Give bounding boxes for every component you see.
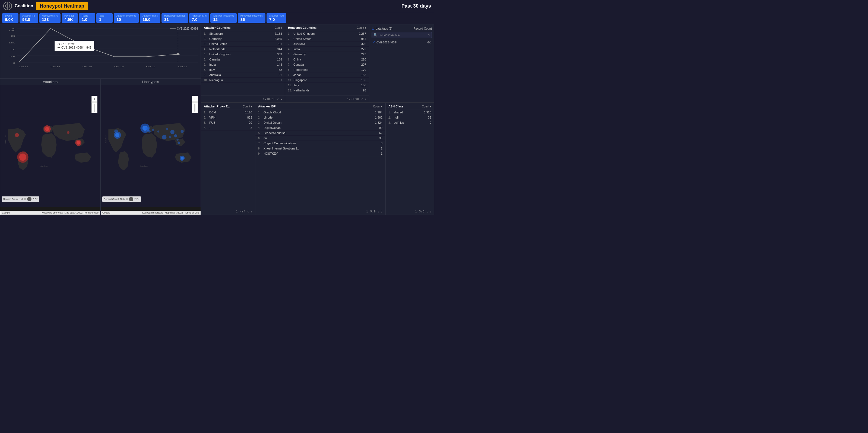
table-row[interactable]: 3. United States 701 <box>201 41 285 47</box>
asn-class-next[interactable]: › <box>430 209 431 213</box>
svg-text:Oct 18: Oct 18 <box>178 65 188 68</box>
table-row[interactable]: 5. United Kingdom 303 <box>201 52 285 57</box>
row-name: null <box>394 116 418 119</box>
asn-class-title: ASN Class <box>389 105 404 108</box>
stat-honeypots-ips[interactable]: Honeypots IPs 123 <box>39 13 61 23</box>
table-row[interactable]: 5. Leonet4cloud srl 62 <box>255 131 385 136</box>
table-row[interactable]: 4. DigitalOcean 90 <box>255 125 385 131</box>
row-num: 6. <box>258 137 264 140</box>
table-row[interactable]: 8. Xhost Internet Solutions Lp 1 <box>255 146 385 151</box>
table-row[interactable]: 10. Nicaragua 1 <box>201 77 285 83</box>
table-row[interactable]: 6. Canada 188 <box>201 57 285 62</box>
row-value: 1 <box>369 152 382 155</box>
table-row[interactable]: 2. Germany 2,055 <box>201 36 285 41</box>
table-row[interactable]: 2. United States 964 <box>285 36 369 41</box>
attacker-isp-prev[interactable]: ‹ <box>378 209 379 213</box>
stat-attacker-timezones[interactable]: Attacker timezones 12 <box>210 13 237 23</box>
attackers-map-zoom[interactable]: + <box>91 96 97 113</box>
main-content: CVE-2022-40684 0 500 1K 1.5K 2K 2.5K 3K … <box>0 24 434 215</box>
row-value: 320 <box>352 42 366 45</box>
table-row[interactable]: 8. Hong Kong 170 <box>285 67 369 72</box>
attacker-isp-title: Attacker ISP <box>258 105 276 108</box>
attacker-countries-next[interactable]: › <box>281 97 282 101</box>
table-row[interactable]: 4. India 279 <box>285 47 369 52</box>
table-row[interactable]: 12. Netherlands 95 <box>285 88 369 93</box>
honeypots-keyboard-shortcuts[interactable]: Keyboard shortcuts <box>142 211 163 214</box>
table-row[interactable]: 4. - 8 <box>201 125 255 131</box>
stat-attacker-ips[interactable]: Attacker IPs 98.0 <box>20 13 38 23</box>
attackers-keyboard-shortcuts[interactable]: Keyboard shortcuts <box>42 211 63 214</box>
stat-payloads[interactable]: Payloads 4.9K <box>62 13 78 23</box>
stat-attacker-cities[interactable]: Attacker cities 19.0 <box>140 13 160 23</box>
attackers-terms[interactable]: Terms of Use <box>84 211 98 214</box>
stat-honeypot-timezones[interactable]: Honeypot timezones 36 <box>238 13 266 23</box>
row-num: 7. <box>204 63 209 66</box>
filter-search-box[interactable]: 🔍 CVE-2022-40684 ✕ <box>372 32 432 38</box>
table-row[interactable]: 2. Linode 1,962 <box>255 115 385 120</box>
tooltip-label: CVE-2022-40684: <box>61 46 85 49</box>
honeypot-countries-sort[interactable]: Count ▾ <box>357 26 366 29</box>
table-row[interactable]: 11. Italy 100 <box>285 83 369 88</box>
table-row[interactable]: 9. Australia 21 <box>201 72 285 77</box>
table-row[interactable]: 4. Netherlands 344 <box>201 47 285 52</box>
honeypots-zoom-in[interactable]: + <box>192 96 198 102</box>
table-row[interactable]: 7. India 143 <box>201 62 285 67</box>
honeypot-countries-pagination: 1 - 31 / 31 <box>347 98 359 101</box>
table-row[interactable]: 1. DCH 5,120 <box>201 110 255 115</box>
table-row[interactable]: 9. Japan 153 <box>285 72 369 77</box>
stat-events[interactable]: Events 6.0K <box>2 13 19 23</box>
table-row[interactable]: 3. PUB 20 <box>201 120 255 125</box>
row-value: 9 <box>418 121 431 124</box>
attackers-map-footer: Google Keyboard shortcuts Map data ©2022… <box>0 211 100 214</box>
stat-tags[interactable]: Tags 1 <box>96 13 113 23</box>
table-row[interactable]: 2. VPN 823 <box>201 115 255 120</box>
row-name: Italy <box>293 84 352 87</box>
attacker-proxy-prev[interactable]: ‹ <box>248 209 249 213</box>
table-row[interactable]: 8. Italy 62 <box>201 67 285 72</box>
attackers-zoom-in[interactable]: + <box>91 96 97 102</box>
table-row[interactable]: 7. Canada 207 <box>285 62 369 67</box>
table-row[interactable]: 6. China 210 <box>285 57 369 62</box>
row-num: 8. <box>258 147 264 150</box>
table-row[interactable]: 1. United Kingdom 2,237 <box>285 31 369 36</box>
attacker-countries-prev[interactable]: ‹ <box>277 97 279 101</box>
row-num: 12. <box>288 89 293 92</box>
honeypots-map-body[interactable]: Atlantic Ocean Indian Ocean + Record Cou… <box>101 85 200 207</box>
table-row[interactable]: 3. Australia 320 <box>285 41 369 47</box>
table-row[interactable]: 5. Germany 223 <box>285 52 369 57</box>
table-row[interactable]: 1. Oracle Cloud 1,984 <box>255 110 385 115</box>
attacker-isp-sort[interactable]: Count ▾ <box>373 105 382 108</box>
stat-paths[interactable]: Paths 1.0 <box>79 13 95 23</box>
stat-attacker-isps[interactable]: Attacker ISPs 7.0 <box>189 13 210 23</box>
honeypots-map-zoom[interactable]: + <box>192 96 198 113</box>
stat-honeypot-countries[interactable]: Honeypot countries 31 <box>161 13 188 23</box>
chart-legend-label: CVE-2022-40684 <box>177 27 198 30</box>
filter-item-cve[interactable]: ✓ CVE-2022-40684 6K <box>372 40 432 45</box>
filter-search-value[interactable]: CVE-2022-40684 <box>379 34 426 37</box>
honeypot-countries-next[interactable]: › <box>365 97 366 101</box>
honeypots-terms[interactable]: Terms of Use <box>185 211 199 214</box>
table-row[interactable]: 1. shared 5,923 <box>386 110 434 115</box>
table-row[interactable]: 9. HOSTKEY 1 <box>255 151 385 156</box>
table-row[interactable]: 3. self_isp 9 <box>386 120 434 125</box>
asn-class-prev[interactable]: ‹ <box>427 209 428 213</box>
asn-class-sort[interactable]: Count ▾ <box>422 105 431 108</box>
attacker-proxy-sort[interactable]: Count ▾ <box>243 105 252 108</box>
row-num: 1. <box>204 111 209 114</box>
table-row[interactable]: 6. null 39 <box>255 136 385 141</box>
attacker-isp-next[interactable]: › <box>381 209 382 213</box>
stat-attacker-countries[interactable]: Attacker countries 10 <box>114 13 139 23</box>
attacker-proxy-next[interactable]: › <box>251 209 252 213</box>
stat-attacker-asn[interactable]: Attacker ASN 7.0 <box>267 13 287 23</box>
table-row[interactable]: 10. Singapore 152 <box>285 77 369 83</box>
row-value: 701 <box>269 42 282 45</box>
table-row[interactable]: 3. Digital Ocean 1,824 <box>255 120 385 125</box>
attacker-countries-sort[interactable]: Count <box>275 26 282 29</box>
table-row[interactable]: 7. Cogent Communications 8 <box>255 141 385 146</box>
attackers-map-body[interactable]: Atlantic Ocean Indian Ocean + Record Cou… <box>0 85 100 207</box>
honeypot-countries-prev[interactable]: ‹ <box>362 97 363 101</box>
filter-clear-icon[interactable]: ✕ <box>427 33 430 37</box>
table-row[interactable]: 2. null 39 <box>386 115 434 120</box>
attacker-proxy-table: Attacker Proxy T... Count ▾ 1. DCH 5,120… <box>201 103 255 215</box>
table-row[interactable]: 1. Singapore 2,153 <box>201 31 285 36</box>
